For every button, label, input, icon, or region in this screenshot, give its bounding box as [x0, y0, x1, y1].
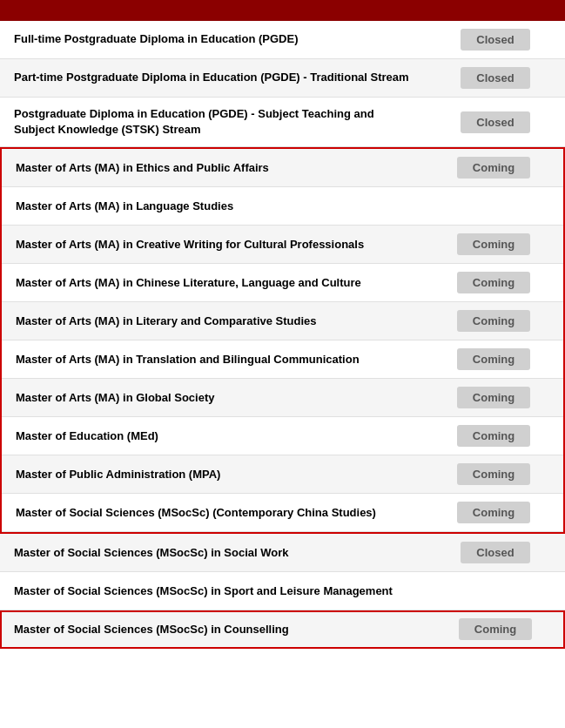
status-badge[interactable]: Coming	[457, 157, 530, 179]
table-row: Master of Arts (MA) in Global SocietyCom…	[2, 379, 563, 417]
course-label: Master of Education (MEd)	[2, 417, 424, 455]
status-badge[interactable]: Coming	[459, 618, 532, 640]
table-row: Master of Arts (MA) in Translation and B…	[2, 340, 563, 379]
course-label: Master of Arts (MA) in Language Studies	[2, 187, 424, 225]
table-row: Master of Social Sciences (MSocSc) (Cont…	[2, 494, 563, 532]
course-label: Master of Arts (MA) in Ethics and Public…	[2, 149, 424, 186]
table-row: Postgraduate Diploma in Education (PGDE)…	[0, 98, 565, 147]
status-badge[interactable]: Closed	[461, 111, 530, 133]
course-status	[424, 187, 563, 225]
course-status[interactable]: Closed	[426, 534, 565, 571]
status-badge[interactable]: Coming	[457, 387, 530, 408]
course-status[interactable]: Coming	[424, 264, 563, 301]
coming-soon-group: Master of Arts (MA) in Ethics and Public…	[0, 147, 565, 534]
table-row: Master of Social Sciences (MSocSc) in Co…	[0, 610, 565, 649]
course-label: Master of Arts (MA) in Global Society	[2, 379, 424, 416]
table-row: Master of Social Sciences (MSocSc) in Sp…	[0, 572, 565, 610]
status-badge[interactable]: Coming	[457, 310, 530, 332]
status-badge[interactable]: Closed	[461, 29, 530, 51]
table-row: Master of Arts (MA) in Literary and Comp…	[2, 302, 563, 340]
status-badge[interactable]: Coming	[457, 425, 530, 447]
status-badge[interactable]: Closed	[461, 542, 530, 563]
table-row: Master of Arts (MA) in Language Studies	[2, 187, 563, 226]
status-badge[interactable]: Coming	[457, 348, 530, 370]
course-label: Master of Arts (MA) in Literary and Comp…	[2, 302, 424, 340]
course-status[interactable]: Closed	[426, 98, 565, 146]
course-status[interactable]: Coming	[424, 226, 563, 263]
course-status	[426, 572, 565, 610]
course-status[interactable]: Coming	[424, 302, 563, 340]
status-badge[interactable]: Coming	[457, 272, 530, 293]
courses-table: Full-time Postgraduate Diploma in Educat…	[0, 21, 565, 649]
course-status[interactable]: Coming	[424, 340, 563, 378]
status-badge[interactable]: Coming	[457, 463, 530, 485]
course-label: Master of Social Sciences (MSocSc) (Cont…	[2, 494, 424, 531]
table-row: Master of Arts (MA) in Ethics and Public…	[2, 149, 563, 187]
course-status[interactable]: Closed	[426, 59, 565, 97]
status-badge[interactable]: Coming	[457, 233, 530, 255]
course-status[interactable]: Closed	[426, 21, 565, 58]
table-row: Master of Arts (MA) in Chinese Literatur…	[2, 264, 563, 302]
status-badge[interactable]: Coming	[457, 502, 530, 523]
table-row: Master of Education (MEd)Coming	[2, 417, 563, 455]
course-status[interactable]: Coming	[424, 455, 563, 493]
course-status[interactable]: Coming	[424, 149, 563, 186]
course-status[interactable]: Coming	[424, 417, 563, 455]
table-row: Full-time Postgraduate Diploma in Educat…	[0, 21, 565, 59]
course-label: Full-time Postgraduate Diploma in Educat…	[0, 21, 426, 58]
course-label: Master of Public Administration (MPA)	[2, 455, 424, 493]
course-label: Master of Arts (MA) in Translation and B…	[2, 340, 424, 378]
table-row: Master of Social Sciences (MSocSc) in So…	[0, 534, 565, 572]
course-status[interactable]: Coming	[424, 494, 563, 531]
table-row: Master of Public Administration (MPA)Com…	[2, 455, 563, 494]
course-label: Part-time Postgraduate Diploma in Educat…	[0, 59, 426, 97]
table-row: Part-time Postgraduate Diploma in Educat…	[0, 59, 565, 98]
course-status[interactable]: Coming	[426, 610, 565, 648]
course-label: Postgraduate Diploma in Education (PGDE)…	[0, 98, 426, 146]
course-label: Master of Social Sciences (MSocSc) in So…	[0, 534, 426, 571]
course-label: Master of Social Sciences (MSocSc) in Sp…	[0, 572, 426, 610]
course-label: Master of Social Sciences (MSocSc) in Co…	[0, 610, 426, 648]
course-label: Master of Arts (MA) in Creative Writing …	[2, 226, 424, 263]
course-status[interactable]: Coming	[424, 379, 563, 416]
course-label: Master of Arts (MA) in Chinese Literatur…	[2, 264, 424, 301]
table-row: Master of Arts (MA) in Creative Writing …	[2, 226, 563, 264]
status-badge[interactable]: Closed	[461, 67, 530, 89]
faculty-header	[0, 0, 565, 21]
